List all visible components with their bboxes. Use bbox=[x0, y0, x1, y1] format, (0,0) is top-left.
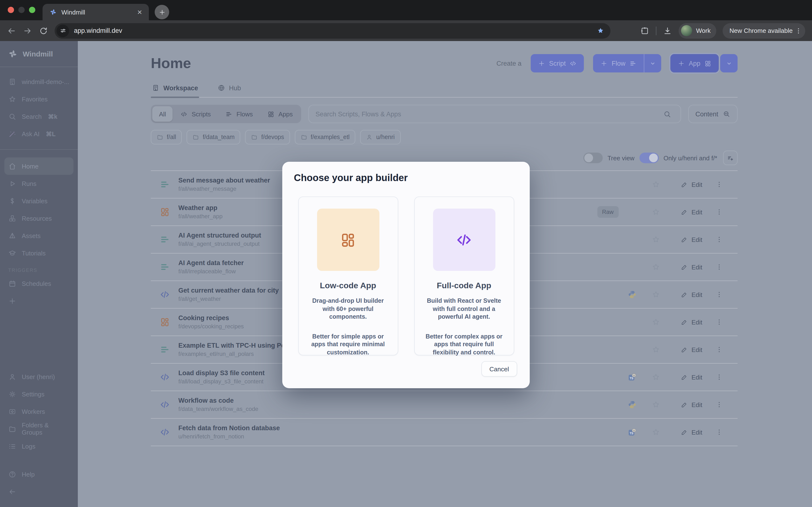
favorite-star-button[interactable] bbox=[651, 180, 660, 189]
table-row[interactable]: Workflow as code f/data_team/workflow_as… bbox=[151, 391, 738, 418]
row-menu-button[interactable] bbox=[715, 373, 723, 381]
search-bar[interactable] bbox=[308, 105, 681, 123]
sidebar-item-tutorials[interactable]: Tutorials bbox=[0, 244, 78, 262]
edit-button[interactable]: Edit bbox=[680, 374, 702, 381]
row-menu-button[interactable] bbox=[715, 428, 723, 436]
favorite-star-button[interactable] bbox=[651, 290, 660, 299]
close-window-button[interactable] bbox=[8, 7, 14, 13]
row-text: AI Agent structured output f/all/ai_agen… bbox=[179, 232, 261, 247]
favorite-star-button[interactable] bbox=[651, 318, 660, 326]
chip-u-henri[interactable]: u/henri bbox=[360, 130, 400, 145]
sidebar-item-workers[interactable]: Workers bbox=[0, 403, 78, 420]
edit-button[interactable]: Edit bbox=[680, 429, 702, 436]
sidebar-item-logs[interactable]: Logs bbox=[0, 438, 78, 455]
sidebar-item-user[interactable]: User (henri) bbox=[0, 368, 78, 385]
sidebar-item-home[interactable]: Home bbox=[4, 157, 73, 175]
extra-filters-button[interactable] bbox=[723, 151, 738, 165]
favorite-star-button[interactable] bbox=[651, 373, 660, 382]
sidebar-item-variables[interactable]: Variables bbox=[0, 192, 78, 210]
sidebar-item-settings[interactable]: Settings bbox=[0, 385, 78, 403]
sidebar-item-search[interactable]: Search ⌘k bbox=[0, 108, 78, 125]
edit-button[interactable]: Edit bbox=[680, 291, 702, 298]
row-menu-button[interactable] bbox=[715, 318, 723, 326]
create-flow-button[interactable]: Flow bbox=[593, 54, 661, 72]
segment-scripts[interactable]: Scripts bbox=[174, 106, 217, 122]
extensions-icon[interactable] bbox=[640, 26, 650, 36]
low-code-app-card[interactable]: Low-code App Drag-and-drop UI builder wi… bbox=[298, 196, 398, 355]
chip-f-all[interactable]: f/all bbox=[151, 130, 182, 145]
sidebar-add-button[interactable] bbox=[0, 292, 78, 309]
row-menu-button[interactable] bbox=[715, 236, 723, 243]
edit-button[interactable]: Edit bbox=[680, 208, 702, 216]
app-dropdown-button[interactable] bbox=[720, 54, 738, 72]
row-menu-button[interactable] bbox=[715, 263, 723, 271]
edit-button[interactable]: Edit bbox=[680, 401, 702, 408]
sidebar-item-resources[interactable]: Resources bbox=[0, 210, 78, 227]
create-script-button[interactable]: Script bbox=[531, 54, 584, 72]
edit-button[interactable]: Edit bbox=[680, 319, 702, 326]
search-submit[interactable] bbox=[654, 105, 680, 123]
table-row[interactable]: Fetch data from Notion database u/henri/… bbox=[151, 418, 738, 446]
tab-hub[interactable]: Hub bbox=[216, 84, 242, 97]
sidebar-item-workspace[interactable]: windmill-demo-... bbox=[0, 73, 78, 90]
full-code-app-card[interactable]: Full-code App Build with React or Svelte… bbox=[414, 196, 514, 355]
row-type-icon bbox=[159, 344, 170, 355]
new-tab-button[interactable] bbox=[155, 5, 169, 19]
tree-view-toggle[interactable] bbox=[583, 153, 603, 163]
edit-button[interactable]: Edit bbox=[680, 236, 702, 243]
bookmark-star-icon[interactable] bbox=[597, 26, 605, 35]
row-menu-button[interactable] bbox=[715, 401, 723, 408]
segment-flows[interactable]: Flows bbox=[218, 106, 260, 122]
maximize-window-button[interactable] bbox=[29, 7, 35, 13]
search-input[interactable] bbox=[309, 110, 654, 118]
search-icon bbox=[8, 112, 16, 120]
forward-icon[interactable] bbox=[23, 26, 33, 36]
site-settings-button[interactable] bbox=[57, 24, 69, 37]
row-menu-button[interactable] bbox=[715, 208, 723, 216]
cancel-button[interactable]: Cancel bbox=[481, 361, 517, 377]
edit-button[interactable]: Edit bbox=[680, 346, 702, 353]
sidebar-item-folders-groups[interactable]: Folders & Groups bbox=[0, 420, 78, 438]
favorite-star-button[interactable] bbox=[651, 400, 660, 409]
sidebar-item-help[interactable]: Help bbox=[0, 465, 78, 483]
row-menu-button[interactable] bbox=[715, 291, 723, 298]
tab-close-icon[interactable]: ✕ bbox=[135, 8, 144, 16]
url-input[interactable] bbox=[74, 27, 592, 34]
pencil-icon bbox=[680, 208, 688, 216]
flow-dropdown-button[interactable] bbox=[644, 54, 661, 72]
sidebar-item-runs[interactable]: Runs bbox=[0, 175, 78, 192]
create-app-button[interactable]: App bbox=[670, 54, 719, 72]
back-icon[interactable] bbox=[7, 26, 16, 36]
windmill-brand[interactable]: Windmill bbox=[0, 41, 78, 67]
sidebar-item-assets[interactable]: Assets bbox=[0, 227, 78, 244]
favorite-star-button[interactable] bbox=[651, 235, 660, 244]
sidebar-collapse-button[interactable] bbox=[0, 483, 78, 500]
sidebar-item-schedules[interactable]: Schedules bbox=[0, 275, 78, 292]
segment-all[interactable]: All bbox=[152, 106, 173, 122]
favorite-star-button[interactable] bbox=[651, 208, 660, 216]
content-search-button[interactable]: Content bbox=[688, 105, 738, 123]
chip-f-data-team[interactable]: f/data_team bbox=[187, 130, 241, 145]
favorite-star-button[interactable] bbox=[651, 428, 660, 437]
favorite-star-button[interactable] bbox=[651, 345, 660, 354]
profile-button[interactable]: Work bbox=[678, 23, 716, 38]
sidebar-item-ask-ai[interactable]: Ask AI ⌘L bbox=[0, 125, 78, 143]
minimize-window-button[interactable] bbox=[18, 7, 24, 13]
edit-button[interactable]: Edit bbox=[680, 264, 702, 271]
reload-icon[interactable] bbox=[39, 26, 48, 36]
edit-button[interactable]: Edit bbox=[680, 181, 702, 188]
address-bar[interactable] bbox=[55, 23, 610, 38]
chip-f-devops[interactable]: f/devops bbox=[245, 130, 290, 145]
row-menu-button[interactable] bbox=[715, 346, 723, 353]
download-icon[interactable] bbox=[663, 26, 672, 36]
browser-menu-icon[interactable] bbox=[795, 27, 802, 35]
tab-workspace[interactable]: Workspace bbox=[151, 84, 199, 97]
chip-f-examples-etl[interactable]: f/examples_etl bbox=[295, 130, 355, 145]
chrome-update-button[interactable]: New Chrome available bbox=[723, 23, 805, 38]
favorite-star-button[interactable] bbox=[651, 263, 660, 271]
sidebar-item-favorites[interactable]: Favorites bbox=[0, 90, 78, 108]
row-menu-button[interactable] bbox=[715, 181, 723, 188]
segment-apps[interactable]: Apps bbox=[260, 106, 299, 122]
browser-tab[interactable]: Windmill ✕ bbox=[43, 4, 149, 20]
owner-filter-toggle[interactable] bbox=[639, 153, 659, 163]
